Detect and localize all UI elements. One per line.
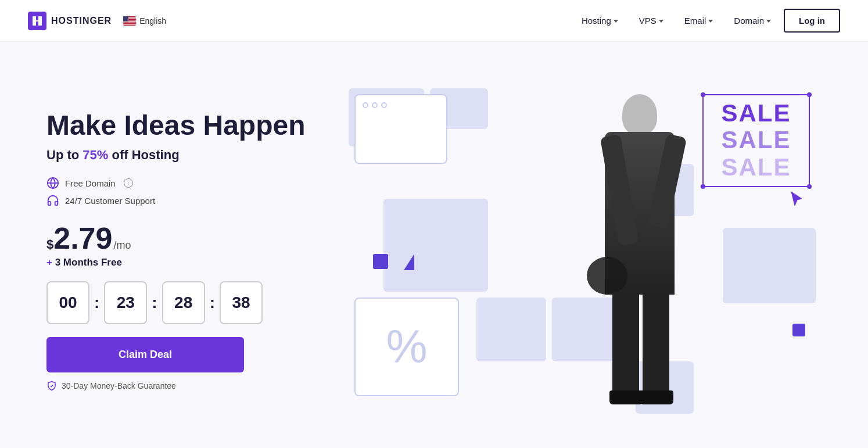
sale-text-1: SALE — [721, 100, 791, 127]
currency-symbol: $ — [46, 237, 53, 252]
person-head — [622, 94, 657, 135]
browser-dot-2 — [372, 102, 378, 108]
headline: Make Ideas Happen — [46, 110, 314, 141]
colon-separator: : — [152, 293, 157, 312]
sale-text-2: SALE — [721, 127, 791, 153]
browser-mockup — [354, 94, 447, 164]
cursor-icon — [790, 191, 804, 210]
features-list: Free Domain i 24/7 Customer Support — [46, 177, 314, 207]
sale-text-3: SALE — [721, 154, 791, 181]
nav-left: HOSTINGER English — [28, 12, 166, 30]
logo-icon — [28, 12, 46, 30]
countdown-timer: 00 : 23 : 28 : 38 — [46, 281, 314, 324]
login-button[interactable]: Log in — [784, 9, 840, 33]
countdown-seconds: 28 — [162, 281, 205, 324]
subheadline: Up to 75% off Hosting — [46, 148, 314, 163]
sale-box-wrapper: SALE SALE SALE — [702, 94, 810, 187]
claim-deal-button[interactable]: Claim Deal — [46, 337, 244, 372]
logo-link[interactable]: HOSTINGER — [28, 12, 112, 30]
percent-symbol: % — [386, 324, 427, 370]
boot-right — [640, 390, 673, 404]
bg-square-3 — [383, 199, 488, 292]
colon-separator: : — [94, 293, 99, 312]
svg-rect-8 — [123, 16, 128, 21]
corner-br — [807, 184, 812, 189]
browser-dots — [363, 102, 439, 108]
price-display: $ 2.79 /mo — [46, 223, 314, 253]
accent-square-2 — [404, 254, 414, 270]
accent-square-1 — [373, 254, 388, 269]
countdown-minutes: 23 — [104, 281, 147, 324]
language-label: English — [139, 16, 166, 26]
feature-free-domain: Free Domain i — [46, 177, 314, 189]
navbar: HOSTINGER English Hosting VPS — [0, 0, 868, 42]
headset-icon — [46, 194, 59, 207]
logo-text: HOSTINGER — [51, 16, 112, 26]
chevron-down-icon — [659, 20, 663, 23]
language-selector[interactable]: English — [123, 16, 166, 26]
colon-separator: : — [210, 293, 215, 312]
free-domain-label: Free Domain — [65, 178, 116, 188]
nav-email[interactable]: Email — [676, 11, 722, 30]
person-leg-right — [643, 292, 669, 396]
hero-illustration: % SALE SALE SALE — [337, 83, 822, 420]
countdown-frames: 38 — [220, 281, 263, 324]
chevron-down-icon — [708, 20, 713, 23]
globe-icon — [46, 177, 59, 189]
bg-square-6 — [723, 228, 816, 303]
chevron-down-icon — [614, 20, 618, 23]
hero-left: Make Ideas Happen Up to 75% off Hosting … — [46, 110, 314, 392]
svg-rect-7 — [123, 24, 136, 24]
person-leg-left — [612, 292, 639, 396]
guarantee-text: 30-Day Money-Back Guarantee — [46, 381, 314, 391]
person-figure — [564, 83, 715, 420]
price-value: 2.79 — [53, 223, 112, 253]
browser-dot-1 — [363, 102, 368, 108]
corner-tr — [807, 92, 812, 97]
percent-box: % — [354, 298, 459, 396]
shield-icon — [46, 381, 57, 391]
nav-right: Hosting VPS Email Domain Log in — [573, 9, 840, 33]
chevron-down-icon — [766, 20, 771, 23]
nav-hosting[interactable]: Hosting — [573, 11, 626, 30]
flag-icon — [123, 16, 136, 26]
accent-square-3 — [792, 324, 805, 336]
feature-support: 24/7 Customer Support — [46, 194, 314, 207]
boot-left — [609, 390, 643, 404]
main-content: Make Ideas Happen Up to 75% off Hosting … — [0, 42, 868, 448]
bg-square-4 — [476, 298, 546, 361]
svg-rect-6 — [123, 22, 136, 23]
nav-vps[interactable]: VPS — [631, 11, 672, 30]
sale-box: SALE SALE SALE — [702, 94, 810, 187]
countdown-hours: 00 — [46, 281, 89, 324]
info-icon[interactable]: i — [124, 178, 133, 188]
price-period: /mo — [113, 239, 131, 252]
helmet — [587, 257, 627, 295]
support-label: 24/7 Customer Support — [65, 196, 155, 206]
months-free: + 3 Months Free — [46, 257, 314, 268]
browser-dot-3 — [381, 102, 387, 108]
nav-domain[interactable]: Domain — [726, 11, 779, 30]
